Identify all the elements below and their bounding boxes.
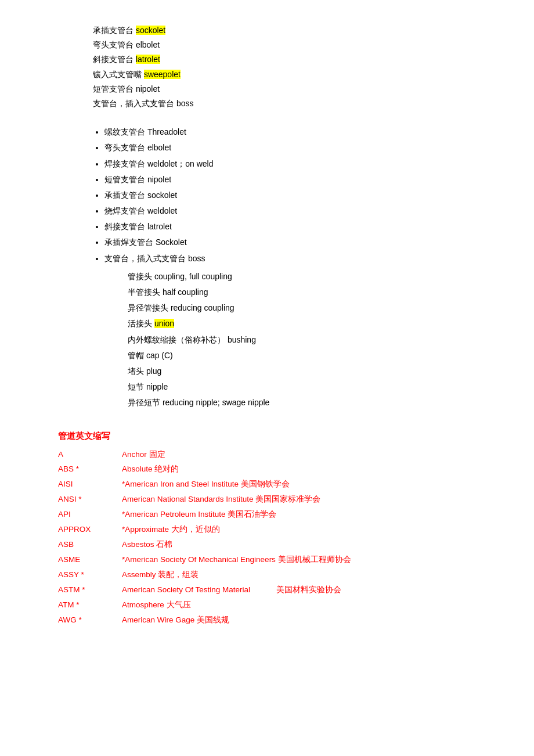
abbr-key-atm: ATM * xyxy=(58,599,122,612)
abbr-row-api: API *American Petroleum Institute 美国石油学会 xyxy=(58,508,499,521)
sub-item-8: 短节 nipple xyxy=(128,380,499,394)
bullet-item-6: 烧焊支管台 weldolet xyxy=(104,204,499,218)
abbr-value-assy: Assembly 装配，组装 xyxy=(122,568,499,582)
abbr-row-a: A Anchor 固定 xyxy=(58,448,499,462)
highlight-union: union xyxy=(154,319,174,328)
bullet-item-9: 支管台，插入式支管台 boss xyxy=(104,251,499,266)
abbr-row-approx: APPROX *Approximate 大约，近似的 xyxy=(58,523,499,537)
abbr-key-abs: ABS * xyxy=(58,463,122,476)
sub-item-2: 半管接头 half coupling xyxy=(128,285,499,300)
abbr-row-astm: ASTM * American Society Of Testing Mater… xyxy=(58,584,499,597)
abbr-row-abs: ABS * Absolute 绝对的 xyxy=(58,463,499,476)
abbr-key-awg: AWG * xyxy=(58,614,122,627)
bullet-item-2: 弯头支管台 elbolet xyxy=(104,141,499,155)
abbr-row-awg: AWG * American Wire Gage 美国线规 xyxy=(58,614,499,627)
abbr-key-api: API xyxy=(58,508,122,521)
abbr-value-atm: Atmosphere 大气压 xyxy=(122,599,499,612)
bullet-item-7: 斜接支管台 latrolet xyxy=(104,219,499,234)
abbr-row-ansi: ANSI * American National Standards Insti… xyxy=(58,493,499,506)
abbr-value-abs: Absolute 绝对的 xyxy=(122,463,499,476)
bullet-item-4: 短管支管台 nipolet xyxy=(104,172,499,187)
sub-item-6: 管帽 cap (C) xyxy=(128,348,499,363)
sub-item-3: 异径管接头 reducing coupling xyxy=(128,301,499,315)
abbr-row-asb: ASB Asbestos 石棉 xyxy=(58,538,499,552)
sub-item-4: 活接头 union xyxy=(128,316,499,331)
top-item-3: 斜接支管台 latrolet xyxy=(93,52,499,67)
abbr-row-aisi: AISI *American Iron and Steel Institute … xyxy=(58,478,499,491)
top-item-4: 镶入式支管嘴 sweepolet xyxy=(93,67,499,82)
abbr-key-asb: ASB xyxy=(58,538,122,552)
highlight-sockolet: sockolet xyxy=(136,26,165,35)
abbreviation-title: 管道英文缩写 xyxy=(58,428,499,444)
abbreviation-section: 管道英文缩写 A Anchor 固定 ABS * Absolute 绝对的 AI… xyxy=(58,428,499,627)
abbr-row-asme: ASME *American Society Of Mechanical Eng… xyxy=(58,553,499,567)
abbr-value-asb: Asbestos 石棉 xyxy=(122,538,499,552)
abbr-value-aisi: *American Iron and Steel Institute 美国钢铁学… xyxy=(122,478,499,491)
bullet-item-5: 承插支管台 sockolet xyxy=(104,188,499,203)
top-item-1: 承插支管台 sockolet xyxy=(93,23,499,38)
abbr-value-ansi: American National Standards Institute 美国… xyxy=(122,493,499,506)
abbr-key-asme: ASME xyxy=(58,553,122,567)
abbr-value-approx: *Approximate 大约，近似的 xyxy=(122,523,499,537)
top-indent-block: 承插支管台 sockolet 弯头支管台 elbolet 斜接支管台 latro… xyxy=(93,23,499,111)
abbr-key-aisi: AISI xyxy=(58,478,122,491)
abbr-value-a: Anchor 固定 xyxy=(122,448,499,462)
sub-item-1: 管接头 coupling, full coupling xyxy=(128,269,499,284)
abbr-key-approx: APPROX xyxy=(58,523,122,537)
abbr-key-astm: ASTM * xyxy=(58,584,122,597)
highlight-latrolet: latrolet xyxy=(136,55,160,64)
bullet-item-8: 承插焊支管台 Sockolet xyxy=(104,235,499,250)
abbr-key-assy: ASSY * xyxy=(58,568,122,582)
abbr-key-ansi: ANSI * xyxy=(58,493,122,506)
sub-item-5: 内外螺纹缩接（俗称补芯） bushing xyxy=(128,333,499,347)
sub-item-9: 异径短节 reducing nipple; swage nipple xyxy=(128,395,499,410)
abbr-row-atm: ATM * Atmosphere 大气压 xyxy=(58,599,499,612)
abbr-value-api: *American Petroleum Institute 美国石油学会 xyxy=(122,508,499,521)
bullet-item-1: 螺纹支管台 Threadolet xyxy=(104,125,499,139)
highlight-sweepolet: sweepolet xyxy=(144,70,181,79)
top-item-5: 短管支管台 nipolet xyxy=(93,82,499,96)
bullet-item-3: 焊接支管台 weldolet；on weld xyxy=(104,157,499,171)
abbr-row-assy: ASSY * Assembly 装配，组装 xyxy=(58,568,499,582)
abbr-value-asme: *American Society Of Mechanical Engineer… xyxy=(122,553,499,567)
top-item-2: 弯头支管台 elbolet xyxy=(93,38,499,52)
bullet-list: 螺纹支管台 Threadolet 弯头支管台 elbolet 焊接支管台 wel… xyxy=(104,125,499,266)
abbr-value-astm: American Society Of Testing Material 美国材… xyxy=(122,584,499,597)
sub-item-7: 堵头 plug xyxy=(128,364,499,379)
abbr-value-awg: American Wire Gage 美国线规 xyxy=(122,614,499,627)
sub-items-block: 管接头 coupling, full coupling 半管接头 half co… xyxy=(93,269,499,411)
top-item-6: 支管台，插入式支管台 boss xyxy=(93,96,499,111)
abbr-key-a: A xyxy=(58,448,122,462)
